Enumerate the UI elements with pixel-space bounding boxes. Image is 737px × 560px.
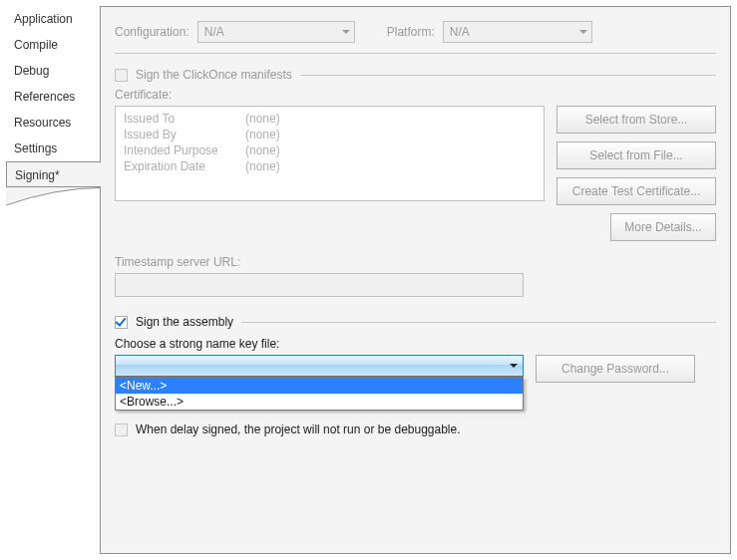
certificate-info: Issued To(none) Issued By(none) Intended…: [115, 106, 545, 205]
combobox-item-new[interactable]: <New...>: [116, 378, 523, 394]
divider: [115, 53, 716, 54]
key-file-combobox-list: <New...> <Browse...>: [115, 377, 524, 411]
platform-label: Platform:: [387, 25, 435, 39]
tab-references[interactable]: References: [6, 84, 101, 110]
configuration-select: N/A: [197, 21, 355, 43]
config-row: Configuration: N/A Platform: N/A: [115, 21, 716, 43]
cert-row: Issued To(none): [124, 111, 536, 127]
timestamp-url-label: Timestamp server URL:: [115, 255, 716, 269]
cert-row: Intended Purpose(none): [124, 142, 536, 158]
select-from-store-button[interactable]: Select from Store...: [556, 106, 716, 134]
signing-panel: Configuration: N/A Platform: N/A Sign th…: [100, 6, 731, 554]
frame: Application Compile Debug References Res…: [6, 6, 731, 554]
chevron-down-icon: [579, 30, 587, 34]
combobox-item-browse[interactable]: <Browse...>: [116, 394, 523, 410]
platform-select: N/A: [443, 21, 592, 43]
tab-curve-icon: [6, 187, 101, 205]
tab-signing[interactable]: Signing*: [6, 161, 101, 187]
configuration-label: Configuration:: [115, 25, 189, 39]
sign-clickonce-label: Sign the ClickOnce manifests: [136, 68, 292, 82]
sign-assembly-checkbox[interactable]: [115, 316, 128, 329]
tab-settings[interactable]: Settings: [6, 136, 101, 161]
sign-assembly-label: Sign the assembly: [136, 315, 233, 329]
chevron-down-icon: [342, 30, 350, 34]
side-tabs: Application Compile Debug References Res…: [6, 6, 101, 205]
tab-resources[interactable]: Resources: [6, 110, 101, 136]
key-file-combobox[interactable]: <New...> <Browse...>: [115, 355, 524, 377]
choose-key-file-label: Choose a strong name key file:: [115, 337, 716, 351]
certificate-block: Issued To(none) Issued By(none) Intended…: [115, 106, 716, 205]
create-test-certificate-button[interactable]: Create Test Certificate...: [556, 177, 716, 205]
configuration-value: N/A: [204, 25, 224, 39]
delay-sign-note: When delay signed, the project will not …: [136, 422, 461, 436]
more-details-button[interactable]: More Details...: [610, 213, 716, 241]
clickonce-section-header: Sign the ClickOnce manifests: [115, 68, 716, 82]
cert-row: Expiration Date(none): [124, 158, 536, 174]
tab-curve: [6, 187, 101, 205]
divider: [241, 322, 716, 323]
project-properties-page: Application Compile Debug References Res…: [0, 0, 737, 560]
chevron-down-icon: [510, 364, 518, 368]
divider: [300, 75, 716, 76]
key-file-row: <New...> <Browse...> Change Password...: [115, 355, 716, 383]
certificate-buttons: Select from Store... Select from File...…: [556, 106, 716, 205]
certificate-label: Certificate:: [115, 88, 716, 102]
select-from-file-button[interactable]: Select from File...: [556, 141, 716, 169]
key-file-combobox-field[interactable]: [115, 355, 524, 377]
sign-clickonce-checkbox[interactable]: [115, 69, 128, 82]
tab-debug[interactable]: Debug: [6, 58, 101, 84]
timestamp-url-input: [115, 273, 524, 297]
sign-assembly-section-header: Sign the assembly: [115, 315, 716, 329]
tab-application[interactable]: Application: [6, 6, 101, 32]
platform-value: N/A: [450, 25, 470, 39]
delay-sign-checkbox[interactable]: [115, 423, 128, 436]
more-details-row: More Details...: [115, 213, 716, 241]
delay-sign-row: Delay sign only When delay signed, the p…: [115, 422, 716, 436]
cert-row: Issued By(none): [124, 127, 536, 142]
certificate-box: Issued To(none) Issued By(none) Intended…: [115, 106, 545, 201]
tab-compile[interactable]: Compile: [6, 32, 101, 58]
combobox-arrow-button[interactable]: [505, 356, 523, 376]
change-password-button[interactable]: Change Password...: [536, 355, 695, 383]
